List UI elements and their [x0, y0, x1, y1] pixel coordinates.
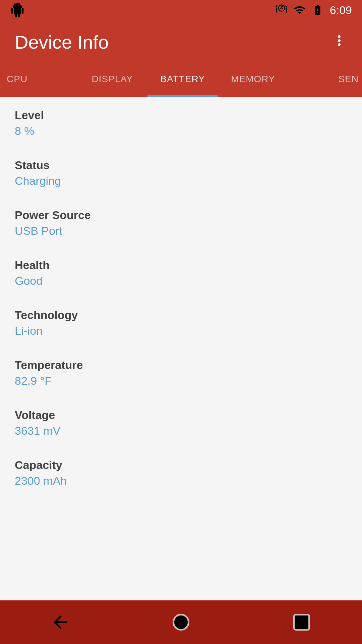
tab-bar: CPU DISPLAY BATTERY MEMORY SEN — [0, 64, 362, 97]
battery-charging-icon — [312, 4, 324, 16]
info-row: StatusCharging — [0, 147, 362, 197]
info-row: TechnologyLi-ion — [0, 297, 362, 347]
info-value: 8 % — [15, 124, 347, 138]
tab-cpu[interactable]: CPU — [0, 64, 77, 97]
tab-sensors[interactable]: SEN — [288, 64, 362, 97]
status-icons: 6:09 — [276, 4, 352, 17]
svg-rect-1 — [294, 615, 309, 630]
info-value: 3631 mV — [15, 424, 347, 437]
info-label: Voltage — [15, 409, 347, 422]
info-label: Temperature — [15, 359, 347, 372]
info-value: 2300 mAh — [15, 474, 347, 487]
info-row: Capacity2300 mAh — [0, 447, 362, 497]
info-label: Health — [15, 259, 347, 272]
tab-memory[interactable]: MEMORY — [218, 64, 288, 97]
recents-button[interactable] — [288, 609, 315, 636]
info-row: Level8 % — [0, 97, 362, 147]
android-icon — [10, 3, 25, 17]
info-value: 82.9 °F — [15, 374, 347, 387]
info-label: Power Source — [15, 209, 347, 222]
info-label: Capacity — [15, 459, 347, 472]
info-row: HealthGood — [0, 247, 362, 297]
back-button[interactable] — [47, 609, 74, 636]
info-row: Temperature82.9 °F — [0, 347, 362, 397]
info-value: Good — [15, 274, 347, 287]
info-label: Status — [15, 159, 347, 172]
navigation-bar — [0, 600, 362, 644]
status-bar: 6:09 — [0, 0, 362, 20]
app-bar: Device Info — [0, 20, 362, 64]
signal-icon — [294, 4, 306, 16]
more-options-button[interactable] — [331, 33, 347, 51]
svg-point-0 — [174, 615, 189, 630]
alarm-icon — [276, 4, 288, 16]
app-title: Device Info — [15, 31, 109, 53]
info-row: Voltage3631 mV — [0, 397, 362, 447]
status-bar-left — [10, 3, 25, 17]
home-button[interactable] — [168, 609, 194, 636]
status-time: 6:09 — [330, 4, 352, 17]
info-row: Power SourceUSB Port — [0, 197, 362, 247]
info-value: USB Port — [15, 224, 347, 237]
info-label: Level — [15, 109, 347, 122]
battery-content: Level8 %StatusChargingPower SourceUSB Po… — [0, 97, 362, 600]
info-label: Technology — [15, 309, 347, 322]
info-value: Charging — [15, 174, 347, 187]
info-value: Li-ion — [15, 324, 347, 337]
tab-display[interactable]: DISPLAY — [77, 64, 147, 97]
tab-battery[interactable]: BATTERY — [147, 64, 218, 97]
